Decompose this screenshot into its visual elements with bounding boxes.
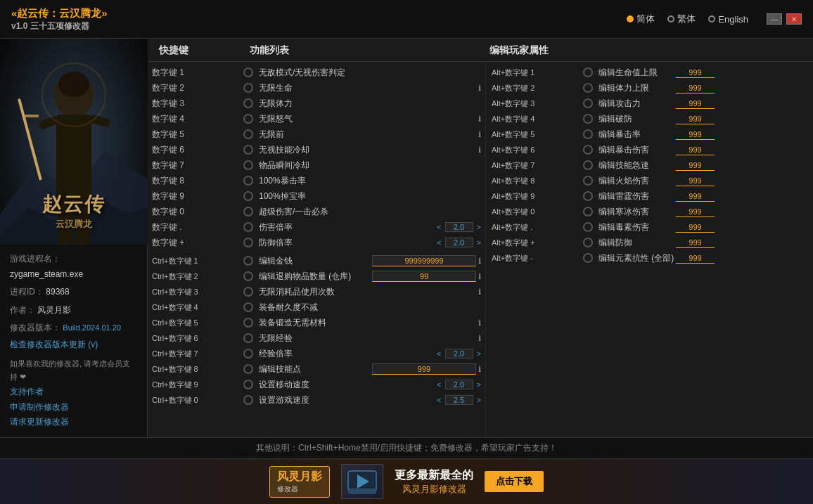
ice-dmg-input[interactable]	[676, 206, 715, 217]
cheat-row-17: Ctrl+数字键 5 装备锻造无需材料 ℹ	[148, 315, 485, 330]
exp-slider[interactable]: < 2.0 >	[435, 349, 481, 358]
toggle-21[interactable]	[243, 380, 253, 389]
attr-toggle-9[interactable]	[583, 191, 593, 201]
cheat-row-9: 数字键 9 100%掉宝率	[148, 188, 485, 204]
banner-icon	[341, 464, 383, 499]
toggle-8[interactable]	[243, 176, 253, 186]
attr-row-11: Alt+数字键 . 编辑毒素伤害	[486, 219, 813, 235]
toggle-10[interactable]	[243, 207, 253, 217]
toggle-16[interactable]	[243, 302, 253, 312]
banner-download-button[interactable]: 点击下载	[485, 471, 544, 492]
item-input[interactable]	[372, 271, 476, 282]
attr-toggle-7[interactable]	[583, 160, 593, 170]
toggle-12[interactable]	[243, 238, 253, 247]
attr-row-8: Alt+数字键 8 编辑火焰伤害	[486, 173, 813, 188]
toggle-3[interactable]	[243, 98, 253, 108]
attr-toggle-12[interactable]	[583, 238, 593, 247]
toggle-5[interactable]	[243, 129, 253, 139]
defense-slider[interactable]: < 2.0 >	[435, 238, 481, 247]
attr-toggle-3[interactable]	[583, 98, 593, 108]
attr-row-4: Alt+数字键 4 编辑破防	[486, 111, 813, 127]
toggle-13[interactable]	[243, 256, 253, 266]
cheat-row-22: Ctrl+数字键 0 设置游戏速度 < 2.5 >	[148, 392, 485, 408]
attr-toggle-5[interactable]	[583, 129, 593, 139]
main-content: 快捷键 功能列表 编辑玩家属性 数字键 1 无敌模式/无视伤害判定 数字键 2 …	[148, 39, 813, 437]
skill-input[interactable]	[372, 363, 476, 375]
armor-break-input[interactable]	[676, 113, 715, 124]
fire-dmg-input[interactable]	[676, 175, 715, 186]
attr-row-5: Alt+数字键 5 编辑暴击率	[486, 127, 813, 142]
header-feature: 功能列表	[250, 44, 482, 57]
attr-toggle-10[interactable]	[583, 207, 593, 217]
toggle-22[interactable]	[243, 395, 253, 405]
cheat-row-13: Ctrl+数字键 1 编辑金钱 ℹ	[148, 253, 485, 269]
toggle-6[interactable]	[243, 145, 253, 155]
stamina-max-input[interactable]	[676, 82, 715, 93]
toggle-4[interactable]	[243, 114, 253, 124]
cheat-row-2: 数字键 2 无限生命 ℹ	[148, 80, 485, 96]
cheat-row-16: Ctrl+数字键 4 装备耐久度不减	[148, 299, 485, 315]
atk-input[interactable]	[676, 98, 715, 109]
radio-english	[708, 15, 715, 22]
defense-input[interactable]	[676, 237, 715, 248]
damage-slider[interactable]: < 2.0 >	[435, 222, 481, 232]
crit-rate-input[interactable]	[676, 129, 715, 140]
toggle-17[interactable]	[243, 318, 253, 328]
toggle-2[interactable]	[243, 83, 253, 93]
game-speed-slider[interactable]: < 2.5 >	[435, 395, 481, 405]
toggle-1[interactable]	[243, 67, 253, 77]
more-mod-link[interactable]: 请求更新修改器	[10, 415, 137, 430]
attr-row-12: Alt+数字键 + 编辑防御	[486, 235, 813, 250]
skill-speed-input[interactable]	[676, 160, 715, 171]
attr-toggle-1[interactable]	[583, 67, 593, 77]
col-headers: 快捷键 功能列表 编辑玩家属性	[148, 39, 813, 62]
crit-dmg-input[interactable]	[676, 144, 715, 155]
support-author-link[interactable]: 支持作者	[10, 385, 137, 400]
left-panel: 赵云传 云汉腾龙 游戏进程名： zygame_steam.exe 进程ID： 8…	[0, 39, 148, 437]
thunder-dmg-input[interactable]	[676, 190, 715, 202]
toggle-15[interactable]	[243, 287, 253, 297]
attr-row-7: Alt+数字键 7 编辑技能急速	[486, 157, 813, 173]
left-cheats: 数字键 1 无敌模式/无视伤害判定 数字键 2 无限生命 ℹ 数字键 3 无限体…	[148, 62, 485, 437]
toggle-9[interactable]	[243, 191, 253, 201]
header-player: 编辑玩家属性	[482, 44, 813, 57]
poison-dmg-input[interactable]	[676, 221, 715, 233]
game-title-overlay: 赵云传 云汉腾龙	[42, 191, 105, 231]
toggle-19[interactable]	[243, 349, 253, 358]
toggle-18[interactable]	[243, 333, 253, 343]
svg-rect-16	[348, 489, 376, 494]
hp-max-input[interactable]	[676, 67, 715, 78]
elem-resist-input[interactable]	[676, 252, 715, 264]
lang-simplified[interactable]: 简体	[627, 13, 655, 25]
attr-toggle-4[interactable]	[583, 114, 593, 124]
attr-toggle-8[interactable]	[583, 176, 593, 186]
close-button[interactable]: ✕	[786, 13, 802, 25]
move-speed-slider[interactable]: < 2.0 >	[435, 380, 481, 389]
lang-traditional[interactable]: 繁体	[667, 13, 696, 25]
right-cheats: Alt+数字键 1 编辑生命值上限 Alt+数字键 2 编辑体力上限 Alt+数…	[485, 62, 813, 437]
toggle-7[interactable]	[243, 160, 253, 170]
cheat-row-10: 数字键 0 超级伤害/一击必杀	[148, 204, 485, 219]
gold-input[interactable]	[372, 255, 476, 266]
toggle-20[interactable]	[243, 364, 253, 374]
cheat-row-15: Ctrl+数字键 3 无限消耗品使用次数 ℹ	[148, 284, 485, 299]
attr-toggle-6[interactable]	[583, 145, 593, 155]
toggle-14[interactable]	[243, 271, 253, 281]
lang-english[interactable]: English	[708, 14, 748, 25]
banner-content: 更多最新最全的 风灵月影修改器	[395, 468, 473, 496]
attr-toggle-13[interactable]	[583, 253, 593, 263]
cheats-area: 数字键 1 无敌模式/无视伤害判定 数字键 2 无限生命 ℹ 数字键 3 无限体…	[148, 62, 813, 437]
request-mod-link[interactable]: 申请制作修改器	[10, 400, 137, 415]
toggle-11[interactable]	[243, 222, 253, 232]
minimize-button[interactable]: —	[767, 13, 782, 25]
attr-row-2: Alt+数字键 2 编辑体力上限	[486, 80, 813, 96]
attr-toggle-2[interactable]	[583, 83, 593, 93]
check-update-link[interactable]: 检查修改器版本更新 (v)	[10, 337, 137, 353]
title-right: 简体 繁体 English — ✕	[627, 13, 802, 25]
radio-traditional	[667, 15, 674, 22]
attr-toggle-11[interactable]	[583, 222, 593, 232]
app-title: «赵云传：云汉腾龙» v1.0 三十五项修改器	[11, 6, 108, 32]
attr-row-10: Alt+数字键 0 编辑寒冰伤害	[486, 204, 813, 219]
window-controls: — ✕	[767, 13, 802, 25]
header-shortcut: 快捷键	[148, 44, 250, 57]
